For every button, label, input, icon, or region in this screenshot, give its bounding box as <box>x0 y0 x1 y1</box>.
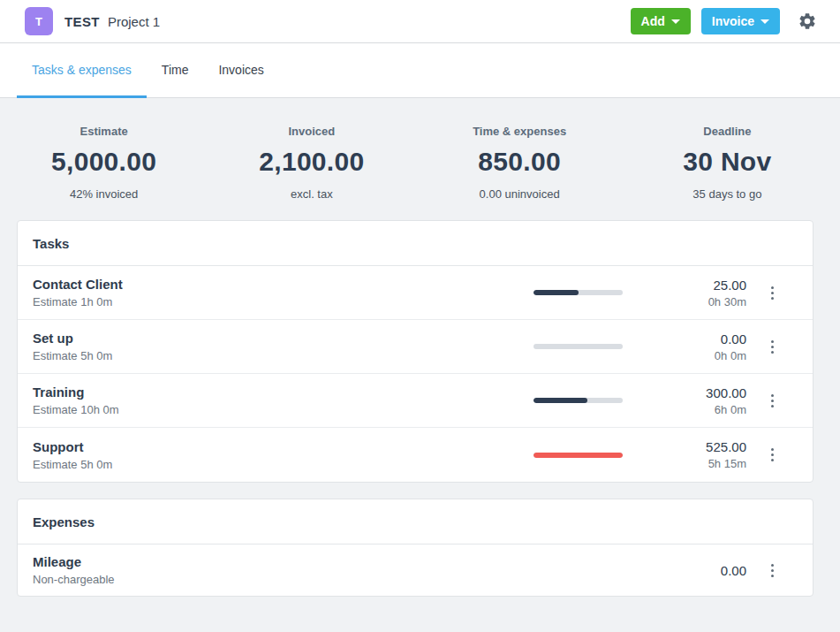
expense-amount: 0.00 <box>623 563 746 578</box>
task-progress-fill <box>534 453 623 458</box>
gear-icon[interactable] <box>798 11 817 31</box>
stat-time-expenses: Time & expenses 850.00 0.00 uninvoiced <box>416 125 624 201</box>
stat-label: Deadline <box>624 125 831 138</box>
task-progress-fill <box>534 290 579 295</box>
expense-note: Non-chargeable <box>33 573 115 586</box>
project-avatar: T <box>25 7 53 35</box>
stat-label: Estimate <box>0 125 208 138</box>
tab-bar: Tasks & expenses Time Invoices <box>0 43 840 98</box>
task-estimate: Estimate 10h 0m <box>33 403 119 416</box>
expenses-card-title: Expenses <box>18 499 813 544</box>
kebab-menu-icon[interactable] <box>746 281 798 305</box>
kebab-menu-icon[interactable] <box>746 559 798 583</box>
stat-estimate: Estimate 5,000.00 42% invoiced <box>0 125 208 201</box>
task-amount: 300.00 <box>623 385 746 400</box>
task-name: Set up <box>33 331 112 346</box>
tasks-card: Tasks Contact Client Estimate 1h 0m 25.0… <box>17 220 814 483</box>
task-name: Contact Client <box>33 277 123 292</box>
add-button-label: Add <box>641 14 665 28</box>
task-estimate: Estimate 5h 0m <box>33 458 112 471</box>
expenses-card: Expenses Mileage Non-chargeable 0.00 <box>17 499 814 597</box>
expense-info: Mileage Non-chargeable <box>33 554 115 586</box>
task-row-contact-client: Contact Client Estimate 1h 0m 25.00 0h 3… <box>18 266 813 320</box>
tab-tasks-expenses[interactable]: Tasks & expenses <box>17 43 147 98</box>
expense-name: Mileage <box>33 554 115 569</box>
task-amount: 25.00 <box>623 278 746 293</box>
task-progress-fill <box>534 398 587 403</box>
header-actions: Add Invoice <box>631 8 817 34</box>
kebab-menu-icon[interactable] <box>746 389 798 413</box>
stat-subtext: 42% invoiced <box>0 187 208 201</box>
task-progress-bar <box>534 344 623 349</box>
stat-subtext: excl. tax <box>208 187 415 201</box>
stat-invoiced: Invoiced 2,100.00 excl. tax <box>208 125 415 201</box>
task-amount: 525.00 <box>623 439 746 454</box>
expense-row-mileage: Mileage Non-chargeable 0.00 <box>18 544 813 596</box>
invoice-button[interactable]: Invoice <box>701 8 780 34</box>
stat-label: Invoiced <box>208 125 415 138</box>
task-name: Training <box>33 385 119 400</box>
project-name: Project 1 <box>108 14 160 29</box>
task-hours: 0h 0m <box>623 349 746 362</box>
app-header: T TEST Project 1 Add Invoice <box>0 0 840 43</box>
stat-value: 5,000.00 <box>0 147 208 177</box>
task-amount: 0.00 <box>623 331 746 346</box>
task-info: Training Estimate 10h 0m <box>33 385 119 416</box>
chevron-down-icon <box>761 19 769 24</box>
stat-deadline: Deadline 30 Nov 35 days to go <box>624 125 831 201</box>
stat-label: Time & expenses <box>416 125 624 138</box>
task-row-training: Training Estimate 10h 0m 300.00 6h 0m <box>18 374 813 428</box>
expense-values: 0.00 <box>623 563 746 578</box>
tab-time[interactable]: Time <box>147 43 204 98</box>
task-progress-bar <box>534 453 623 458</box>
task-info: Contact Client Estimate 1h 0m <box>33 277 123 308</box>
task-values: 0.00 0h 0m <box>623 331 746 362</box>
task-values: 525.00 5h 15m <box>623 439 746 470</box>
task-values: 300.00 6h 0m <box>623 385 746 416</box>
project-code: TEST <box>64 14 100 29</box>
task-estimate: Estimate 1h 0m <box>33 295 123 308</box>
task-progress-bar <box>534 398 623 403</box>
stat-value: 30 Nov <box>624 147 831 177</box>
task-hours: 5h 15m <box>623 457 746 470</box>
task-estimate: Estimate 5h 0m <box>33 349 112 362</box>
kebab-menu-icon[interactable] <box>746 443 798 467</box>
stat-value: 2,100.00 <box>208 147 415 177</box>
task-values: 25.00 0h 30m <box>623 278 746 308</box>
kebab-menu-icon[interactable] <box>746 335 798 359</box>
task-progress-bar <box>534 290 623 295</box>
invoice-button-label: Invoice <box>712 14 754 28</box>
task-info: Set up Estimate 5h 0m <box>33 331 112 362</box>
tab-invoices[interactable]: Invoices <box>203 43 278 98</box>
page-title: TEST Project 1 <box>64 14 160 29</box>
stat-subtext: 35 days to go <box>624 187 831 201</box>
task-info: Support Estimate 5h 0m <box>33 439 112 471</box>
stat-subtext: 0.00 uninvoiced <box>416 187 624 201</box>
task-row-set-up: Set up Estimate 5h 0m 0.00 0h 0m <box>18 320 813 374</box>
tasks-card-title: Tasks <box>18 221 813 266</box>
stat-value: 850.00 <box>416 147 624 177</box>
task-row-support: Support Estimate 5h 0m 525.00 5h 15m <box>18 428 813 482</box>
project-summary-stats: Estimate 5,000.00 42% invoiced Invoiced … <box>0 125 831 201</box>
task-hours: 0h 30m <box>623 295 746 308</box>
task-hours: 6h 0m <box>623 403 746 416</box>
add-button[interactable]: Add <box>631 8 691 34</box>
task-name: Support <box>33 439 112 454</box>
chevron-down-icon <box>671 19 680 24</box>
